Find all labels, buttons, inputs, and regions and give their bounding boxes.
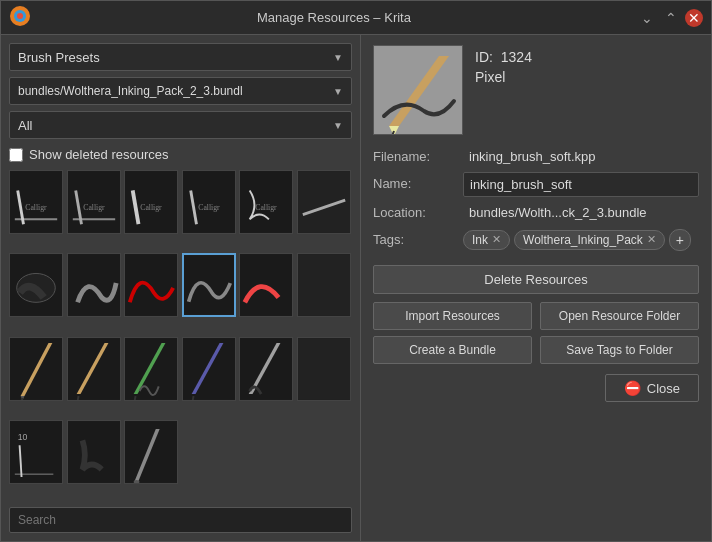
- brush-id: ID: 1324: [475, 49, 532, 65]
- tags-container: Ink ✕ Wolthera_Inking_Pack ✕ +: [463, 228, 699, 251]
- show-deleted-label: Show deleted resources: [29, 147, 168, 162]
- open-resource-folder-button[interactable]: Open Resource Folder: [540, 302, 699, 330]
- list-item[interactable]: [9, 253, 63, 317]
- delete-row: Delete Resources: [373, 265, 699, 302]
- svg-text:Calligr: Calligr: [140, 203, 162, 212]
- brush-preview: [373, 45, 463, 135]
- main-window: Manage Resources – Krita ⌄ ⌃ ✕ Brush Pre…: [0, 0, 712, 542]
- list-item[interactable]: [239, 253, 293, 317]
- list-item[interactable]: [297, 253, 351, 317]
- list-item[interactable]: [182, 337, 236, 401]
- left-panel: Brush Presets ▼ bundles/Wolthera_Inking_…: [1, 35, 361, 541]
- location-label: Location:: [373, 201, 463, 224]
- minimize-button[interactable]: ⌄: [637, 8, 657, 28]
- footer-row: ⛔ Close: [373, 370, 699, 402]
- tag-ink-label: Ink: [472, 233, 488, 247]
- filename-label: Filename:: [373, 145, 463, 168]
- list-item[interactable]: [297, 170, 351, 234]
- bundle-dropdown[interactable]: bundles/Wolthera_Inking_Pack_2_3.bundl ▼: [9, 77, 352, 105]
- resource-type-dropdown[interactable]: Brush Presets ▼: [9, 43, 352, 71]
- svg-rect-44: [10, 421, 62, 483]
- brush-grid: Calligr Calligr Calligr Calligr Calligr: [9, 170, 352, 501]
- svg-rect-27: [298, 254, 350, 316]
- main-content: Brush Presets ▼ bundles/Wolthera_Inking_…: [1, 35, 711, 541]
- list-item[interactable]: [124, 420, 178, 484]
- add-tag-button[interactable]: +: [669, 229, 691, 251]
- window-close-button[interactable]: ✕: [685, 9, 703, 27]
- list-item[interactable]: Calligr: [67, 170, 121, 234]
- app-logo: [9, 5, 31, 30]
- list-item[interactable]: [297, 337, 351, 401]
- tags-label: Tags:: [373, 228, 463, 251]
- close-button[interactable]: ⛔ Close: [605, 374, 699, 402]
- svg-text:Calligr: Calligr: [198, 203, 220, 212]
- tag-ink-remove[interactable]: ✕: [492, 233, 501, 246]
- chevron-down-icon-3: ▼: [333, 120, 343, 131]
- name-value: inking_brush_soft: [463, 172, 699, 197]
- save-tags-button[interactable]: Save Tags to Folder: [540, 336, 699, 364]
- create-bundle-button[interactable]: Create a Bundle: [373, 336, 532, 364]
- info-grid: Filename: inking_brush_soft.kpp Name: in…: [373, 145, 699, 251]
- svg-text:Calligr: Calligr: [83, 203, 105, 212]
- svg-rect-24: [125, 254, 177, 316]
- location-value: bundles/Wolth...ck_2_3.bundle: [463, 201, 699, 224]
- svg-rect-23: [68, 254, 120, 316]
- svg-text:Calligr: Calligr: [255, 203, 277, 212]
- chevron-down-icon: ▼: [333, 52, 343, 63]
- close-icon: ⛔: [624, 380, 641, 396]
- svg-rect-25: [184, 256, 234, 315]
- import-resources-button[interactable]: Import Resources: [373, 302, 532, 330]
- window-controls: ⌄ ⌃ ✕: [637, 8, 703, 28]
- show-deleted-checkbox[interactable]: [9, 148, 23, 162]
- svg-text:Calligr: Calligr: [25, 203, 47, 212]
- list-item[interactable]: Calligr: [124, 170, 178, 234]
- list-item[interactable]: [9, 337, 63, 401]
- name-label: Name:: [373, 172, 463, 195]
- svg-point-51: [134, 480, 140, 484]
- tag-wolthera-remove[interactable]: ✕: [647, 233, 656, 246]
- import-open-row: Import Resources Open Resource Folder: [373, 302, 699, 330]
- preview-row: ID: 1324 Pixel: [373, 45, 699, 135]
- svg-rect-48: [68, 421, 120, 483]
- list-item[interactable]: [67, 253, 121, 317]
- delete-resources-button[interactable]: Delete Resources: [373, 265, 699, 294]
- svg-point-2: [17, 13, 23, 19]
- right-panel: ID: 1324 Pixel Filename: inking_brush_so…: [361, 35, 711, 541]
- filename-value: inking_brush_soft.kpp: [463, 145, 699, 168]
- list-item[interactable]: [239, 337, 293, 401]
- brush-type: Pixel: [475, 69, 532, 85]
- tag-ink[interactable]: Ink ✕: [463, 230, 510, 250]
- list-item[interactable]: Calligr: [9, 170, 63, 234]
- svg-rect-43: [298, 338, 350, 400]
- list-item[interactable]: 10: [9, 420, 63, 484]
- search-input[interactable]: [9, 507, 352, 533]
- list-item[interactable]: Calligr: [182, 170, 236, 234]
- tag-wolthera-label: Wolthera_Inking_Pack: [523, 233, 643, 247]
- create-save-row: Create a Bundle Save Tags to Folder: [373, 336, 699, 364]
- svg-text:10: 10: [18, 432, 28, 442]
- brush-meta: ID: 1324 Pixel: [475, 45, 532, 85]
- chevron-down-icon-2: ▼: [333, 86, 343, 97]
- window-title: Manage Resources – Krita: [31, 10, 637, 25]
- list-item[interactable]: [124, 253, 178, 317]
- tag-wolthera[interactable]: Wolthera_Inking_Pack ✕: [514, 230, 665, 250]
- maximize-button[interactable]: ⌃: [661, 8, 681, 28]
- list-item[interactable]: [182, 253, 236, 317]
- list-item[interactable]: [124, 337, 178, 401]
- list-item[interactable]: [67, 337, 121, 401]
- list-item[interactable]: [67, 420, 121, 484]
- svg-rect-49: [125, 421, 177, 483]
- list-item[interactable]: Calligr: [239, 170, 293, 234]
- show-deleted-row: Show deleted resources: [9, 145, 352, 164]
- titlebar: Manage Resources – Krita ⌄ ⌃ ✕: [1, 1, 711, 35]
- filter-dropdown[interactable]: All ▼: [9, 111, 352, 139]
